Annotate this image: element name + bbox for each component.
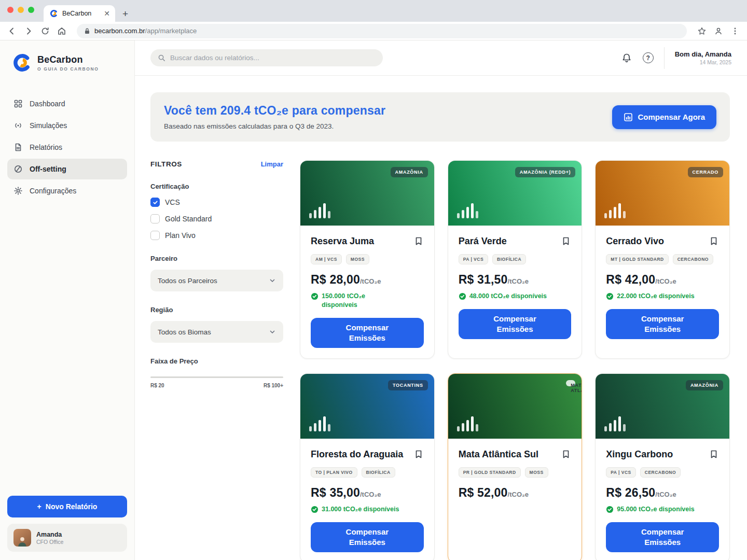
tag: BIOFÍLICA: [492, 254, 526, 264]
brand-tagline: O GUIA DO CARBONO: [37, 66, 99, 72]
window-zoom-button[interactable]: [28, 7, 34, 13]
bar-chart-icon: [604, 203, 626, 218]
address-bar[interactable]: becarbon.com.br/app/marketplace: [77, 24, 687, 38]
window-close-button[interactable]: [7, 7, 13, 13]
price-unit: /tCO₂e: [655, 491, 676, 498]
bookmark-icon[interactable]: [413, 449, 424, 459]
chevron-down-icon: [269, 277, 276, 284]
tag: TO | PLAN VIVO: [311, 467, 357, 478]
filter-checkbox-vcs[interactable]: VCS: [150, 198, 283, 207]
tag: MOSS: [346, 254, 369, 264]
compensate-emissions-button[interactable]: Compensar Emissões: [606, 309, 719, 339]
project-title: Mata Atlântica Sul: [459, 448, 538, 460]
compensate-emissions-button[interactable]: Compensar Emissões: [606, 522, 719, 552]
search-bar[interactable]: [150, 49, 383, 66]
project-price: R$ 42,00 /tCO₂e: [606, 273, 719, 287]
project-tags: AM | VCS MOSS: [311, 254, 424, 264]
compensate-emissions-button[interactable]: Compensar Emissões: [459, 309, 572, 339]
bar-chart-icon: [457, 416, 478, 431]
browser-toolbar: becarbon.com.br/app/marketplace: [0, 22, 747, 40]
price-unit: /tCO₂e: [360, 491, 381, 498]
check-circle-icon: [459, 292, 466, 300]
new-report-button[interactable]: + Novo Relatório: [7, 496, 127, 517]
region-select[interactable]: Todos os Biomas: [150, 321, 283, 343]
dashboard-icon: [13, 99, 23, 108]
sidebar-nav: Dashboard Simulações Relatórios Off-sett…: [0, 93, 134, 201]
brand: BeCarbon O GUIA DO CARBONO: [0, 40, 134, 73]
home-icon[interactable]: [57, 26, 66, 36]
browser-profile-icon[interactable]: [714, 26, 723, 36]
checkbox-icon[interactable]: [150, 231, 160, 240]
forward-icon[interactable]: [24, 26, 33, 36]
browser-tab[interactable]: BeCarbon ✕: [44, 5, 115, 22]
project-tags: PR | GOLD STANDARD MOSS: [459, 467, 572, 478]
bookmark-icon[interactable]: [561, 449, 571, 459]
filters-title: FILTROS: [150, 160, 182, 168]
user-card[interactable]: Amanda CFO Office: [7, 524, 127, 552]
project-image: AMAZÔNIA: [300, 161, 434, 226]
availability: 31.000 tCO₂e disponíveis: [311, 505, 424, 514]
project-grid: AMAZÔNIA Reserva Juma AM | VCS: [300, 160, 730, 560]
project-price: R$ 52,00 /tCO₂e: [459, 486, 572, 500]
bookmark-icon[interactable]: [709, 236, 719, 246]
bookmark-icon[interactable]: [561, 236, 571, 246]
url-host: becarbon.com.br: [94, 27, 145, 35]
check-circle-icon: [311, 506, 319, 513]
tab-close-icon[interactable]: ✕: [104, 10, 110, 17]
new-tab-button[interactable]: +: [122, 9, 128, 19]
header-right: ? Bom dia, Amanda 14 Mar, 2025: [621, 47, 731, 69]
brand-name: BeCarbon: [37, 54, 99, 65]
partner-label: Parceiro: [150, 255, 283, 262]
price-amount: R$ 26,50: [606, 486, 655, 500]
user-name: Amanda: [36, 531, 63, 538]
compensate-emissions-button[interactable]: Compensar Emissões: [311, 318, 424, 348]
price-unit: /tCO₂e: [360, 277, 381, 285]
sidebar-item-simulacoes[interactable]: Simulações: [7, 115, 127, 136]
chart-icon: [624, 113, 633, 122]
main-header: ? Bom dia, Amanda 14 Mar, 2025: [135, 40, 747, 76]
price-range-slider[interactable]: [150, 376, 283, 378]
sidebar-item-configuracoes[interactable]: Configurações: [7, 180, 127, 201]
simulations-icon: [13, 121, 23, 130]
tab-title: BeCarbon: [62, 10, 100, 17]
project-title: Cerrado Vivo: [606, 235, 664, 247]
content: Você tem 209.4 tCO₂e para compensar Base…: [135, 76, 747, 560]
help-icon[interactable]: ?: [643, 52, 654, 63]
notifications-bell-icon[interactable]: [621, 52, 632, 64]
clear-filters-link[interactable]: Limpar: [261, 160, 283, 168]
window-minimize-button[interactable]: [18, 7, 24, 13]
project-tags: TO | PLAN VIVO BIOFÍLICA: [311, 467, 424, 478]
availability: 95.000 tCO₂e disponíveis: [606, 505, 719, 514]
sidebar-item-label: Dashboard: [30, 100, 65, 108]
sidebar-item-relatorios[interactable]: Relatórios: [7, 137, 127, 158]
tag: MT | GOLD STANDARD: [606, 254, 668, 264]
filter-checkbox-gold-standard[interactable]: Gold Standard: [150, 214, 283, 223]
kebab-menu-icon[interactable]: [730, 26, 740, 36]
sidebar-item-offsetting[interactable]: Off-setting: [7, 159, 127, 179]
checkbox-icon[interactable]: [150, 198, 160, 207]
search-input[interactable]: [170, 54, 376, 62]
hero-banner: Você tem 209.4 tCO₂e para compensar Base…: [150, 92, 730, 142]
project-tags: MT | GOLD STANDARD CERCABONO: [606, 254, 719, 264]
project-card-reserva-juma: AMAZÔNIA Reserva Juma AM | VCS: [300, 160, 435, 359]
compensate-emissions-button[interactable]: Compensar Emissões: [311, 522, 424, 552]
filter-checkbox-plan-vivo[interactable]: Plan Vivo: [150, 231, 283, 240]
back-icon[interactable]: [7, 26, 17, 36]
tag: CERCABONO: [640, 467, 681, 478]
bookmark-star-icon[interactable]: [697, 26, 707, 36]
bookmark-icon[interactable]: [709, 449, 719, 459]
compensate-now-button[interactable]: Compensar Agora: [612, 105, 716, 129]
project-title: Pará Verde: [459, 235, 507, 247]
becarbon-favicon-icon: [50, 9, 58, 18]
user-avatar: [13, 529, 31, 547]
bookmark-icon[interactable]: [413, 236, 424, 246]
tag: PA | VCS: [606, 467, 635, 478]
project-card-cerrado-vivo: CERRADO Cerrado Vivo MT | GOLD STANDARD: [595, 160, 730, 359]
user-role: CFO Office: [36, 539, 63, 545]
sidebar-item-dashboard[interactable]: Dashboard: [7, 93, 127, 114]
tag: BIOFÍLICA: [362, 467, 395, 478]
hero-title: Você tem 209.4 tCO₂e para compensar: [164, 104, 385, 118]
checkbox-icon[interactable]: [150, 214, 160, 223]
reload-icon[interactable]: [40, 26, 50, 36]
partner-select[interactable]: Todos os Parceiros: [150, 270, 283, 291]
